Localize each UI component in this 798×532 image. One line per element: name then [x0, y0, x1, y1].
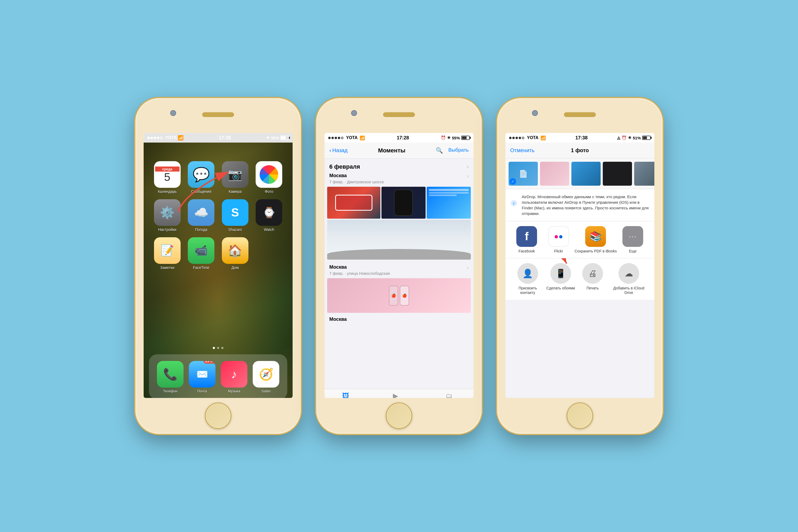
action-row: 👤 Присвоить контакту 📱 Сделать обоями 🖨 … [506, 258, 654, 300]
preview-4[interactable] [603, 162, 632, 186]
app-photos[interactable]: Фото [253, 161, 285, 194]
app-shazam[interactable]: S Shazam [220, 199, 251, 232]
location-2: Москва › [324, 261, 474, 271]
share-ibooks[interactable]: 📚 Сохранить PDF в iBooks [574, 226, 617, 253]
page-dot-3 [221, 347, 224, 349]
photo-vr[interactable] [327, 187, 380, 218]
back-chevron-icon: ‹ [329, 147, 331, 154]
app-settings[interactable]: ⚙️ Настройки [152, 199, 183, 232]
share-placeholder: Отменить [625, 147, 650, 153]
status-bar-3: YOTA 📶 17:38 ◬ ⏰ ✳ 51% [506, 133, 654, 142]
photo-text[interactable] [427, 187, 471, 218]
notes-label: Заметки [160, 265, 174, 270]
tab-photos[interactable]: 🖼 Фото [342, 392, 349, 398]
messages-label: Сообщения [191, 189, 211, 194]
screen-2: YOTA 📶 17:28 ⏰ ✳ 55% ‹ Назад Момент [324, 133, 474, 398]
bluetooth-3: ✳ [628, 135, 631, 140]
carrier-1: YOTA [165, 135, 177, 140]
photos-app-screen: ‹ Назад Моменты 🔍 Выбрать 6 февраля › [324, 142, 474, 398]
preview-2[interactable] [540, 162, 569, 186]
alarm-icon-3: ⏰ [622, 135, 627, 140]
home-button-2[interactable] [386, 402, 412, 429]
airdrop-section: AirDrop. Мгновенный обмен данными с теми… [506, 189, 654, 221]
time-2: 17:28 [397, 135, 409, 141]
home-button-1[interactable] [205, 402, 231, 429]
print-icon: 🖨 [582, 263, 603, 284]
app-watch[interactable]: ⌚ Watch [253, 199, 285, 232]
tab-albums-icon: 🗂 [445, 392, 453, 398]
share-title: 1 фото [571, 147, 589, 153]
page-dot-2 [217, 347, 219, 349]
battery-pct-3: 51% [633, 136, 641, 140]
dock-safari-label: Safari [262, 389, 270, 393]
status-left-1: YOTA 📶 [147, 135, 184, 141]
action-contact[interactable]: 👤 Присвоить контакту [511, 263, 545, 295]
photo-iphones-1[interactable]: 🍎 🍎 [327, 278, 471, 313]
share-facebook[interactable]: f Facebook [511, 226, 543, 253]
photo-snow[interactable] [327, 220, 471, 260]
print-label: Печать [587, 286, 599, 290]
preview-1[interactable]: 📄 ✓ [509, 162, 538, 186]
nav-title-2: Моменты [378, 147, 405, 154]
bluetooth-2: ✳ [447, 135, 451, 140]
speaker-1 [202, 112, 234, 117]
location-3: Москва [324, 314, 474, 323]
dock-music-label: Музыка [228, 389, 240, 393]
app-calendar[interactable]: среда 5 Календарь [152, 161, 183, 194]
app-weather[interactable]: ☁️ Погода [186, 199, 217, 232]
facetime-label: FaceTime [193, 265, 209, 270]
app-facetime[interactable]: 📹 FaceTime [186, 237, 217, 270]
contact-icon: 👤 [517, 263, 538, 284]
front-camera-1 [170, 110, 176, 116]
app-home[interactable]: 🏠 Дом [220, 237, 251, 270]
alarm-icon-2: ⏰ [441, 135, 446, 140]
nav-bar-2: ‹ Назад Моменты 🔍 Выбрать [324, 142, 474, 158]
dock-mail[interactable]: ✉️ 25 340 Почта [189, 361, 215, 393]
app-messages[interactable]: 💬 Сообщения [186, 161, 217, 194]
facebook-label: Facebook [518, 249, 535, 253]
signal-dots-3 [509, 137, 524, 139]
battery-3 [642, 136, 651, 140]
home-button-3[interactable] [567, 402, 593, 429]
app-camera[interactable]: 📷 Камера [220, 161, 251, 194]
action-wallpaper[interactable]: 📱 Сделать обоями [545, 263, 577, 295]
front-camera-2 [351, 110, 357, 116]
location-2-sub: 7 февр. · улица Новослободская [324, 271, 474, 278]
location-1-sub: 7 февр. · Дмитровское шоссе [324, 179, 474, 187]
action-print[interactable]: 🖨 Печать [577, 263, 609, 295]
calendar-day-num: 5 [164, 172, 170, 183]
time-3: 17:38 [575, 135, 588, 141]
page-dots [144, 347, 292, 349]
cancel-button[interactable]: Отменить [510, 147, 534, 153]
search-button-2[interactable]: 🔍 [436, 147, 443, 154]
phone-2: YOTA 📶 17:28 ⏰ ✳ 55% ‹ Назад Момент [317, 98, 481, 434]
photo-black-phone[interactable] [381, 187, 425, 218]
more-label: Еще [629, 249, 636, 253]
section-date: 6 февраля › [324, 158, 474, 172]
ibooks-label: Сохранить PDF в iBooks [574, 249, 617, 253]
status-bar-2: YOTA 📶 17:28 ⏰ ✳ 55% [324, 133, 474, 142]
location-icon-3: ◬ [617, 135, 620, 140]
preview-3[interactable] [571, 162, 601, 186]
dock-safari[interactable]: 🧭 Safari [253, 361, 279, 393]
front-camera-3 [532, 110, 538, 116]
dock-phone[interactable]: 📞 Телефон [157, 361, 184, 393]
share-screen: Отменить 1 фото Отменить 📄 ✓ [506, 142, 654, 398]
dock-music[interactable]: ♪ Музыка [221, 361, 247, 393]
share-more[interactable]: ··· Еще [617, 226, 649, 253]
select-button-2[interactable]: Выбрать [448, 147, 469, 154]
wifi-2: 📶 [360, 135, 365, 140]
back-label: Назад [332, 147, 347, 153]
app-notes[interactable]: 📝 Заметки [152, 237, 183, 270]
phone-bottom-3 [567, 398, 593, 434]
tab-albums[interactable]: 🗂 Альбомы [441, 392, 456, 398]
tab-memories[interactable]: ▶ Воспоминания [384, 392, 407, 398]
carrier-3: YOTA [527, 135, 538, 140]
tab-bar-2: 🖼 Фото ▶ Воспоминания 🗂 Альбомы [324, 389, 474, 398]
preview-5[interactable] [634, 162, 654, 186]
time-1: 17:26 [219, 135, 231, 141]
share-flickr[interactable]: ●● Flickr [543, 226, 574, 253]
back-button-2[interactable]: ‹ Назад [329, 147, 348, 154]
phone-top-1 [136, 98, 301, 133]
action-icloud[interactable]: ☁ Добавить в iCloud Drive [609, 263, 649, 295]
